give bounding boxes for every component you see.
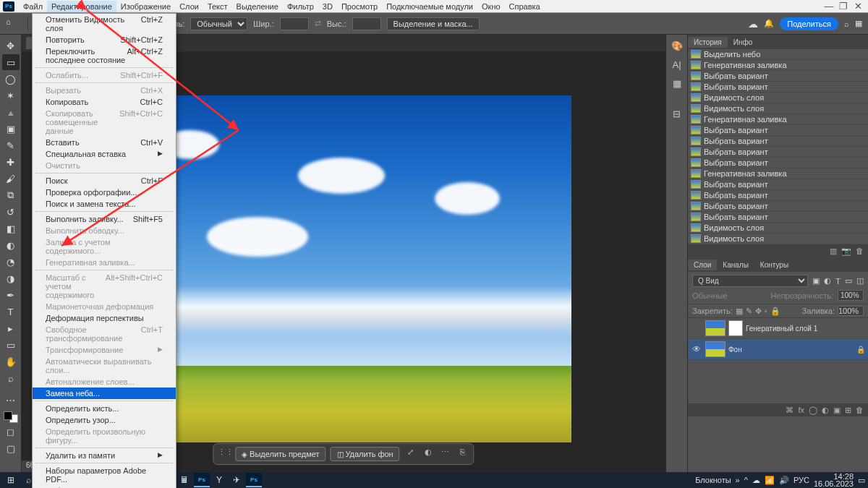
adjustment-icon[interactable]: ◐ [822,406,829,415]
stamp-tool[interactable]: ⧉ [2,187,20,203]
lock-all-icon[interactable]: 🔒 [770,307,780,316]
filter-type-icon[interactable]: T [835,277,841,286]
color-swatch[interactable] [4,411,18,423]
history-item[interactable]: Выбрать вариант [688,190,868,201]
channels-tab[interactable]: Каналы [717,260,754,270]
menu-подключаемые модули[interactable]: Подключаемые модули [382,1,477,12]
history-item[interactable]: Выбрать вариант [688,179,868,190]
window-minimize[interactable]: — [822,1,836,12]
tray-notes[interactable]: Блокноты [695,476,731,484]
camera-icon[interactable]: 📷 [841,247,851,256]
history-item[interactable]: Выбрать вариант [688,71,868,82]
edit-toolbar-icon[interactable]: ⋯ [2,392,20,408]
start-button[interactable]: ⊞ [3,473,19,487]
history-item[interactable]: Видимость слоя [688,234,868,244]
path-select-tool[interactable]: ▸ [2,320,20,336]
mask-icon[interactable]: ◯ [809,406,817,415]
drag-handle-icon[interactable]: ⋮⋮ [218,448,231,461]
workspace-icon[interactable]: ▦ [855,19,862,28]
group-icon[interactable]: ▣ [833,406,841,415]
history-item[interactable]: Выбрать вариант [688,136,868,147]
menu-item[interactable]: Специальная вставка▶ [33,148,176,160]
marquee-tool[interactable]: ▭ [2,54,20,70]
paths-tab[interactable]: Контуры [754,260,794,270]
menu-item[interactable]: Поиск и замена текста... [33,198,176,210]
history-item[interactable]: Выбрать вариант [688,201,868,212]
canvas[interactable] [116,95,571,442]
menu-item[interactable]: Замена неба... [33,388,176,399]
glyphs-panel-icon[interactable]: A| [670,59,684,74]
menu-item[interactable]: Удалить из памяти▶ [33,450,176,461]
history-brush-tool[interactable]: ↺ [2,204,20,220]
menu-текст[interactable]: Текст [203,1,232,12]
layer-row[interactable]: 👁 Фон 🔒 [688,339,868,360]
taskbar-app-photoshop[interactable]: Ps [194,473,210,487]
menu-item[interactable]: КопироватьCtrl+C [33,96,176,108]
gradient-tool[interactable]: ◐ [2,237,20,253]
height-input[interactable] [352,17,381,30]
lock-brush-icon[interactable]: ✎ [746,307,752,316]
quick-mask-icon[interactable]: ◻ [2,424,20,440]
tray-lang[interactable]: РУС [793,476,809,484]
taskbar-app[interactable]: Y [211,473,227,487]
brush-tool[interactable]: 🖌 [2,171,20,187]
history-item[interactable]: Генеративная заливка [688,168,868,179]
menu-окно[interactable]: Окно [477,1,505,12]
tray-up-icon[interactable]: ^ [744,476,748,484]
lock-pixels-icon[interactable]: ▦ [736,307,743,316]
taskbar-app-photoshop[interactable]: Ps [246,473,262,487]
history-item[interactable]: Выделить небо [688,49,868,60]
info-tab[interactable]: Инфо [728,37,759,48]
eraser-tool[interactable]: ◧ [2,221,20,236]
tray-chevron-icon[interactable]: » [736,476,740,484]
opacity-input[interactable] [838,290,864,301]
blur-tool[interactable]: ◔ [2,254,20,270]
menu-редактирование[interactable]: Редактирование [47,1,116,12]
color-panel-icon[interactable]: 🎨 [670,40,684,55]
wand-tool[interactable]: ✶ [2,87,20,103]
menu-слои[interactable]: Слои [175,1,203,12]
menu-item[interactable]: Определить узор... [33,414,176,426]
tray-sound-icon[interactable]: 🔊 [779,476,789,485]
cloud-icon[interactable]: ☁ [748,18,758,30]
window-restore[interactable]: ❐ [836,1,851,12]
menu-справка[interactable]: Справка [505,1,545,12]
menu-item[interactable]: Переключить последнее состояниеAlt+Ctrl+… [33,46,176,66]
dodge-tool[interactable]: ◑ [2,270,20,286]
transform-icon[interactable]: ⤢ [404,448,417,461]
shape-tool[interactable]: ▭ [2,337,20,353]
swatches-panel-icon[interactable]: ▦ [670,78,684,93]
layer-row[interactable]: Генеративный слой 1 [688,318,868,339]
history-item[interactable]: Генеративная заливка [688,114,868,125]
zoom-tool[interactable]: ⌕ [2,370,20,386]
home-icon[interactable]: ⌂ [6,17,19,30]
tray-cloud-icon[interactable]: ☁ [752,476,760,485]
new-layer-icon[interactable]: ⊞ [845,406,851,415]
search-icon[interactable]: ⌕ [844,20,849,28]
history-item[interactable]: Видимость слоя [688,93,868,103]
menu-item[interactable]: Наборы▶ [33,485,176,488]
trash-icon[interactable]: 🗑 [856,247,864,255]
frame-tool[interactable]: ▣ [2,121,20,137]
menu-item[interactable]: Определить кисть... [33,403,176,414]
visibility-toggle[interactable]: 👁 [691,344,702,354]
adjustments-panel-icon[interactable]: ⊟ [670,108,684,123]
menu-3d[interactable]: 3D [318,1,337,12]
pen-tool[interactable]: ✒ [2,287,20,303]
menu-фильтр[interactable]: Фильтр [283,1,318,12]
width-input[interactable] [280,17,309,30]
filter-image-icon[interactable]: ▣ [812,276,820,286]
more-icon[interactable]: ⋯ [439,448,452,461]
screen-mode-icon[interactable]: ▢ [2,440,20,456]
menu-item[interactable]: ПовторитьShift+Ctrl+Z [33,34,176,46]
history-item[interactable]: Генеративная заливка [688,60,868,71]
history-tab[interactable]: История [688,37,728,48]
type-tool[interactable]: T [2,304,20,320]
style-select[interactable]: Обычный [190,17,247,30]
lasso-tool[interactable]: ◯ [2,71,20,87]
tray-notifications-icon[interactable]: ▭ [858,476,865,485]
menu-item[interactable]: Наборы параметров Adobe PDF... [33,465,176,485]
menu-item[interactable]: Отменить Видимость слояCtrl+Z [33,14,176,34]
filter-shape-icon[interactable]: ▭ [845,276,852,286]
history-item[interactable]: Выбрать вариант [688,158,868,168]
